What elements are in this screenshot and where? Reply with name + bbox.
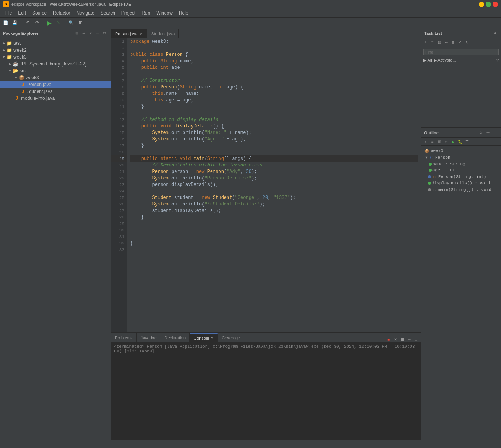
run-button[interactable]: ▷ — [54, 19, 63, 27]
task-close-icon[interactable]: ✕ — [492, 30, 498, 36]
outline-expand-person[interactable]: ▼ — [424, 155, 429, 160]
package-explorer-title: Package Explorer — [3, 31, 38, 36]
outline-close-icon[interactable]: ✕ — [478, 130, 484, 136]
menu-navigate[interactable]: Navigate — [73, 10, 97, 16]
outline-debug-icon[interactable]: 🐛 — [457, 138, 463, 145]
outline-package-icon: 📦 — [424, 148, 429, 153]
expand-arrow-week3-pkg[interactable]: ▼ — [14, 75, 18, 80]
outline-maximize-icon[interactable]: □ — [492, 130, 498, 136]
ln-25: 25 — [111, 194, 127, 201]
task-filter-icon[interactable]: ≡ — [429, 39, 436, 45]
menu-refactor[interactable]: Refactor — [50, 10, 73, 16]
console-maximize-icon[interactable]: □ — [413, 336, 419, 342]
minimize-button[interactable] — [479, 2, 484, 7]
tree-item-src[interactable]: ▼ 📂 src — [0, 67, 111, 74]
find-activate-label[interactable]: ▶ Activate... — [434, 58, 456, 63]
link-editor-icon[interactable]: ⇔ — [81, 30, 87, 36]
tab-label-console: Console — [194, 336, 209, 340]
tab-javadoc[interactable]: Javadoc — [137, 333, 160, 342]
maximize-panel-icon[interactable]: □ — [101, 30, 108, 36]
menu-run[interactable]: Run — [139, 10, 153, 16]
help-icon[interactable]: ? — [496, 58, 499, 63]
outline-item-constructor[interactable]: C Person(String, int) — [421, 173, 501, 180]
project-icon-test: 📁 — [6, 40, 12, 46]
tree-item-module-info[interactable]: J module-info.java — [0, 95, 111, 102]
save-button[interactable]: 💾 — [11, 19, 19, 27]
outline-menu-icon[interactable]: ☰ — [464, 138, 470, 145]
find-all-label[interactable]: ▶ All — [423, 58, 432, 63]
task-complete-icon[interactable]: ✓ — [457, 39, 463, 45]
menu-edit[interactable]: Edit — [15, 10, 29, 16]
expand-arrow-week2[interactable]: ▶ — [2, 48, 6, 52]
outline-item-main[interactable]: S main(String[]) : void — [421, 186, 501, 193]
task-new-icon[interactable]: + — [423, 39, 429, 45]
tab-coverage[interactable]: Coverage — [218, 333, 244, 342]
task-refresh-icon[interactable]: ↻ — [464, 39, 470, 45]
perspective-button[interactable]: ⊞ — [76, 19, 85, 27]
outline-filter-icon[interactable]: ≡ — [429, 138, 436, 145]
code-line-5: public int age; — [130, 64, 418, 71]
tree-item-student-java[interactable]: J Student.java — [0, 88, 111, 95]
window-controls[interactable] — [479, 2, 498, 7]
menu-window[interactable]: Window — [153, 10, 176, 16]
task-delete-icon[interactable]: 🗑 — [450, 39, 456, 45]
tree-item-week3-pkg[interactable]: ▼ 📦 week3 — [0, 74, 111, 81]
outline-run-icon[interactable]: ▶ — [450, 138, 456, 145]
view-menu-icon[interactable]: ▾ — [88, 30, 94, 36]
ln-7: 7 — [111, 77, 127, 84]
debug-button[interactable]: ▶ — [45, 19, 54, 27]
tab-close-person[interactable]: ✕ — [140, 32, 143, 36]
redo-button[interactable]: ↷ — [33, 19, 41, 27]
console-minimize-icon[interactable]: ─ — [406, 336, 412, 342]
outline-group-icon[interactable]: ⊞ — [436, 138, 442, 145]
menu-source[interactable]: Source — [29, 10, 50, 16]
tab-problems[interactable]: Problems — [111, 333, 137, 342]
ln-26: 26 — [111, 201, 127, 207]
expand-arrow-test[interactable]: ▶ — [2, 41, 6, 46]
package-icon-week3: 📦 — [18, 75, 24, 81]
expand-arrow-jre[interactable]: ▶ — [8, 62, 12, 66]
code-line-25: Student student = new Student("George", … — [130, 194, 418, 201]
outline-item-age-field[interactable]: age : int — [421, 167, 501, 173]
tree-item-jre[interactable]: ▶ ☕ JRE System Library [JavaSE-22] — [0, 60, 111, 67]
close-button[interactable] — [493, 2, 498, 7]
outline-link-icon[interactable]: ⇔ — [443, 138, 449, 145]
console-stop-icon[interactable]: ■ — [385, 336, 392, 342]
outline-item-person-class[interactable]: ▼ C Person — [421, 154, 501, 161]
tab-person-java[interactable]: Person.java ✕ — [111, 29, 147, 38]
console-menu-icon[interactable]: ☰ — [399, 336, 405, 342]
menu-search[interactable]: Search — [98, 10, 118, 16]
tab-declaration[interactable]: Declaration — [160, 333, 190, 342]
tree-label-student-java: Student.java — [27, 89, 53, 94]
search-button[interactable]: 🔍 — [67, 19, 75, 27]
outline-minimize-icon[interactable]: ─ — [485, 130, 491, 136]
tree-item-week2[interactable]: ▶ 📁 week2 — [0, 47, 111, 54]
new-button[interactable]: 📄 — [2, 19, 10, 27]
tab-console[interactable]: Console ✕ — [190, 333, 218, 342]
maximize-button[interactable] — [486, 2, 491, 7]
ln-14: 14 — [111, 123, 127, 129]
collapse-all-icon[interactable]: ⊟ — [74, 30, 80, 36]
tree-item-person-java[interactable]: J Person.java — [0, 81, 111, 88]
tree-item-week3-root[interactable]: ▼ 📁 week3 — [0, 54, 111, 60]
code-editor[interactable]: package week3; public class Person { pub… — [127, 38, 421, 332]
outline-item-name-field[interactable]: name : String — [421, 161, 501, 167]
console-close-icon[interactable]: ✕ — [392, 336, 398, 342]
outline-sort-icon[interactable]: ↕ — [423, 138, 429, 145]
outline-item-display-details[interactable]: displayDetails() : void — [421, 180, 501, 186]
menu-help[interactable]: Help — [176, 10, 191, 16]
expand-arrow-week3-root[interactable]: ▼ — [2, 55, 6, 59]
tab-student-java[interactable]: Student.java — [147, 29, 179, 38]
task-collapse-icon[interactable]: ⊟ — [436, 39, 442, 45]
task-find-input[interactable] — [423, 49, 499, 55]
tab-close-console[interactable]: ✕ — [211, 336, 214, 340]
menu-file[interactable]: File — [2, 10, 15, 16]
undo-button[interactable]: ↶ — [23, 19, 32, 27]
outline-item-week3[interactable]: 📦 week3 — [421, 147, 501, 154]
menu-project[interactable]: Project — [118, 10, 139, 16]
minimize-panel-icon[interactable]: ─ — [95, 30, 101, 36]
expand-arrow-src[interactable]: ▼ — [8, 68, 12, 73]
task-list-header: Task List ✕ — [421, 28, 501, 38]
tree-item-test[interactable]: ▶ 📁 test — [0, 40, 111, 47]
task-link-icon[interactable]: ⇔ — [443, 39, 449, 45]
